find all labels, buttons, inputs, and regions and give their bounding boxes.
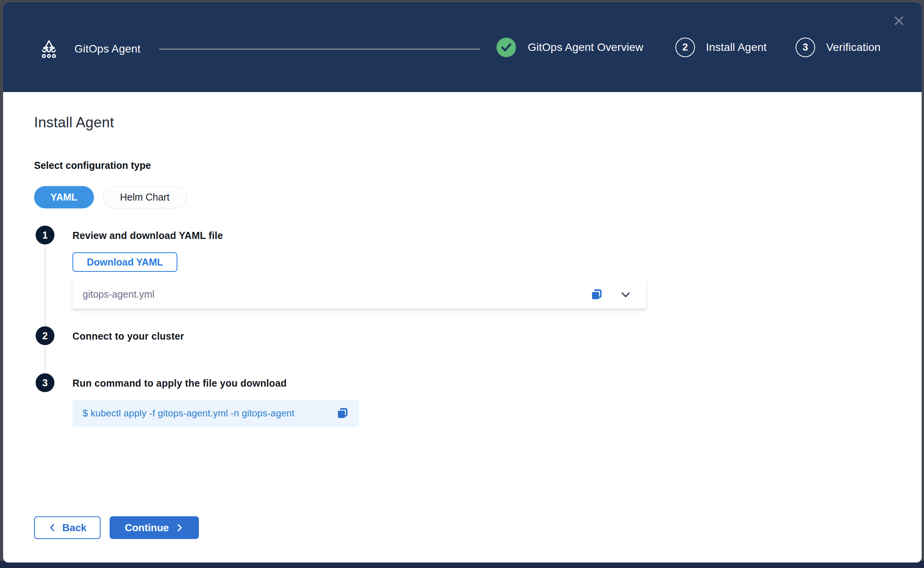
step-2-title: Connect to your cluster [72,331,184,342]
toggle-helm-chart[interactable]: Helm Chart [103,186,187,208]
gitops-agent-logo-icon [38,38,60,60]
chevron-right-icon [175,523,184,532]
step-connector-line [45,346,45,373]
continue-button[interactable]: Continue [110,516,199,539]
kubectl-command-panel: $ kubectl apply -f gitops-agent.yml -n g… [72,400,359,427]
dialog-body: Install Agent Select configuration type … [3,92,922,563]
check-circle-icon [496,38,516,57]
stepper-step-overview[interactable] [496,2,516,92]
install-agent-dialog: GitOps Agent GitOps Agent Overview 2 Ins… [3,2,922,563]
kubectl-command-text: $ kubectl apply -f gitops-agent.yml -n g… [83,408,334,419]
yaml-file-name: gitops-agent.yml [83,289,588,300]
close-icon[interactable] [891,13,907,29]
stepper-step-verification-badge[interactable]: 3 [796,2,815,92]
config-type-toggle: YAML Helm Chart [34,186,187,208]
dialog-header: GitOps Agent GitOps Agent Overview 2 Ins… [3,2,922,92]
back-button-label: Back [62,522,87,534]
yaml-file-panel[interactable]: gitops-agent.yml [72,280,646,309]
back-button[interactable]: Back [34,516,101,539]
step-connector-line [45,245,45,326]
page-title: Install Agent [34,114,114,131]
step-1-title: Review and download YAML file [72,230,223,241]
download-yaml-button[interactable]: Download YAML [72,252,177,272]
stepper-step-overview-label[interactable]: GitOps Agent Overview [528,2,643,92]
continue-button-label: Continue [125,522,169,534]
step-2-circle: 2 [675,38,695,57]
step-2-badge: 2 [36,326,54,345]
config-type-label: Select configuration type [34,160,151,171]
step-3-badge: 3 [36,373,54,392]
chevron-down-icon[interactable] [617,286,634,303]
step-3-title: Run command to apply the file you downlo… [72,378,287,389]
copy-icon[interactable] [588,286,605,303]
header-divider-line [159,49,480,50]
toggle-yaml[interactable]: YAML [34,186,94,208]
step-1-badge: 1 [36,226,54,244]
chevron-left-icon [48,523,57,532]
stepper-step-install-label[interactable]: Install Agent [706,2,767,92]
stepper-step-verification-label[interactable]: Verification [826,2,881,92]
header-product-title: GitOps Agent [74,43,141,55]
stepper-step-install-badge[interactable]: 2 [675,2,695,92]
copy-icon[interactable] [334,405,351,422]
step-3-circle: 3 [796,38,815,57]
